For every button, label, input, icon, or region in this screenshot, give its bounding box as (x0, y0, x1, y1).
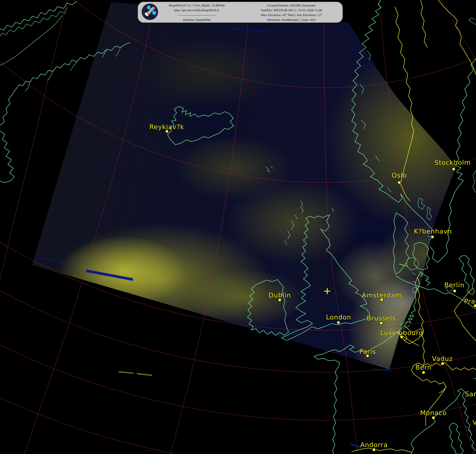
banner-line: RaspiNOAA V2 | V4.0 | Build: 13-BW64 (157, 3, 236, 8)
city-label: Amsterdam (362, 291, 402, 299)
city-dot (398, 181, 401, 184)
city-label: San (465, 390, 476, 398)
city-label: Dublin (268, 291, 291, 299)
seam-dash (229, 29, 268, 31)
city-label: Vaduz (432, 355, 453, 363)
city-label: Bern (415, 363, 431, 371)
banner-line: Ground Station: G0GHK Doncaster (245, 3, 338, 8)
city-dot (337, 321, 340, 324)
city-label: Berlin (444, 281, 465, 289)
map-canvas: Reykjav?kStockholmOsloK?benhavnBerlinDub… (0, 0, 476, 454)
city-label: Monaco (420, 409, 447, 416)
banner-line: Satellite: METEOR-M2 3 | 10-01-2026 11:0… (245, 8, 338, 13)
city-label: Andorra (360, 441, 388, 449)
city-label: Brussels (367, 314, 396, 322)
city-label: Reykjav?k (149, 123, 184, 131)
city-dot (372, 448, 376, 451)
banner-line: Max Elevation: 42° West | Sun Elevation:… (245, 13, 338, 17)
raspinoaa-satellite-logo (141, 3, 158, 20)
seam-dash (351, 444, 361, 447)
city-labels: Reykjav?kStockholmOsloK?benhavnBerlinDub… (149, 123, 476, 451)
ground-station-plus-marker (325, 288, 330, 294)
banner-station-info-left: RaspiNOAA V2 | V4.0 | Build: 13-BW64http… (157, 3, 236, 22)
city-label: K?benhavn (414, 227, 452, 235)
city-label: Prag (464, 297, 476, 305)
banner-line: http://qsl.net/ve3elb/RaspiNOAA (157, 8, 236, 13)
seam-dash (86, 271, 133, 280)
banner-line: ---------------------------------- (157, 13, 236, 17)
city-dot (422, 371, 425, 374)
map-overlay: Reykjav?kStockholmOsloK?benhavnBerlinDub… (0, 0, 476, 454)
city-dot (452, 167, 455, 171)
city-dot (400, 335, 403, 339)
city-label: Oslo (392, 172, 407, 179)
city-label: V (473, 419, 476, 426)
graticule (0, 0, 476, 454)
city-dot (165, 130, 169, 133)
seam-dash (36, 258, 66, 261)
plus-marker-stroke (325, 288, 330, 294)
coastlines (0, 0, 476, 454)
city-dot (278, 298, 281, 302)
country-borders (352, 0, 476, 453)
city-dot (431, 235, 434, 238)
banner-pass-info-right: Ground Station: G0GHK DoncasterSatellite… (245, 3, 338, 22)
city-label: Stockholm (434, 159, 471, 166)
swath-seam-artifacts (36, 2, 391, 447)
city-dot (380, 321, 383, 325)
seam-dash-olive (137, 374, 152, 375)
banner-line: Direction: Southbound | | Gain: 44.5 (245, 17, 338, 22)
city-dot (441, 362, 444, 365)
banner-line: Antenna: Quadrifilar (157, 17, 236, 22)
city-label: London (326, 313, 351, 321)
city-dot (453, 289, 456, 293)
city-dot (366, 354, 369, 357)
city-dot (380, 298, 383, 301)
seam-dash-olive (119, 372, 134, 373)
info-banner: RaspiNOAA V2 | V4.0 | Build: 13-BW64http… (138, 1, 343, 23)
city-dot (432, 416, 435, 419)
city-dot (474, 304, 476, 307)
